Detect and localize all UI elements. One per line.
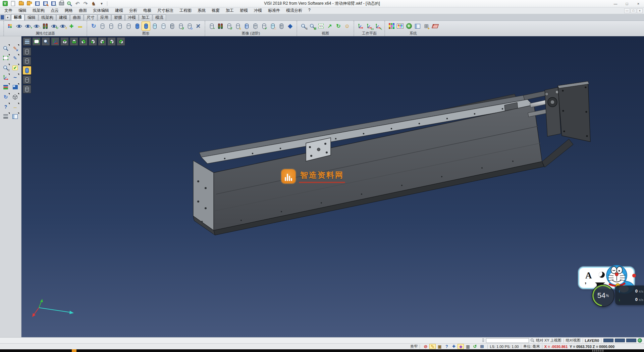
taskbar-app-icon[interactable]: [72, 349, 76, 352]
shaded-display-button[interactable]: [133, 21, 142, 31]
view-left-button[interactable]: [89, 37, 97, 46]
print-preview-button[interactable]: [66, 1, 73, 7]
workplane-define-button[interactable]: [356, 21, 365, 31]
lock-label[interactable]: 拴牢: [410, 344, 418, 349]
attribute-table-button[interactable]: [396, 21, 405, 31]
menu-item-17[interactable]: 冲模: [251, 7, 265, 14]
context-help-button[interactable]: ?: [443, 344, 450, 349]
solid-preview-button[interactable]: [11, 92, 20, 101]
measure-distance-button[interactable]: ↔: [11, 102, 20, 111]
view-axis-button[interactable]: [51, 37, 59, 46]
tab-7[interactable]: 应用: [98, 14, 111, 20]
attribute-copy-button[interactable]: [15, 21, 23, 31]
workplane-move-button[interactable]: ▭: [365, 21, 374, 31]
open-file-button[interactable]: [17, 1, 25, 7]
flyout-arrow-icon[interactable]: [8, 83, 10, 85]
flyout-arrow-icon[interactable]: [8, 103, 10, 104]
edge-display-button[interactable]: [124, 21, 133, 31]
refresh-display-button[interactable]: ↻: [1, 92, 10, 101]
snap-disable-button[interactable]: ⊘: [422, 344, 429, 349]
adv-mesh-display-button[interactable]: [277, 21, 286, 31]
show-all-button[interactable]: ✚: [67, 21, 76, 31]
flyout-arrow-icon[interactable]: [18, 83, 19, 85]
redo-button[interactable]: ↷: [82, 1, 89, 7]
new-document-button[interactable]: [9, 1, 17, 7]
mdi-restore-button[interactable]: □: [631, 8, 636, 13]
restore-button[interactable]: □: [621, 0, 633, 7]
tab-2[interactable]: 编辑: [25, 14, 38, 20]
section-display-button[interactable]: [242, 21, 251, 31]
active-layer-label[interactable]: LAYER0: [585, 339, 599, 343]
tab-11[interactable]: 模流: [153, 14, 166, 20]
desktop-widget-overlay[interactable]: A ’: [576, 264, 644, 314]
menu-item-13[interactable]: 系统: [195, 7, 209, 14]
snap-gem-button[interactable]: ◆: [458, 344, 464, 349]
clip-display-button[interactable]: □: [268, 21, 277, 31]
solid-view-button[interactable]: ◆: [286, 21, 294, 31]
invert-visibility-button[interactable]: ±: [58, 21, 67, 31]
menu-item-6[interactable]: 曲面: [76, 7, 90, 14]
display-translucent-button[interactable]: [23, 76, 31, 84]
mesh-display-button[interactable]: [168, 21, 176, 31]
flyout-arrow-icon[interactable]: [18, 44, 19, 46]
menu-item-8[interactable]: 建模: [112, 7, 126, 14]
layer-manager-button[interactable]: [1, 112, 10, 121]
view-top-button[interactable]: [60, 37, 69, 46]
zoom-extents-button[interactable]: ⊞: [308, 21, 317, 31]
hide-entities-button[interactable]: −: [32, 21, 41, 31]
menu-item-14[interactable]: 视窗: [209, 7, 223, 14]
menu-item-16[interactable]: 塑模: [237, 7, 251, 14]
regen-all-button[interactable]: ↻: [185, 21, 194, 31]
undo-button[interactable]: ↶: [74, 1, 81, 7]
view-right-button[interactable]: [98, 37, 106, 46]
save-all-button[interactable]: ↑: [50, 1, 57, 7]
layer-color-swatch[interactable]: [615, 339, 625, 342]
minimize-button[interactable]: —: [610, 0, 621, 7]
menu-item-18[interactable]: 标准件: [265, 7, 283, 14]
validate-display-button[interactable]: ✔: [260, 21, 268, 31]
tab-9[interactable]: 冲模: [125, 14, 139, 20]
view-isometric-button[interactable]: [117, 37, 125, 46]
view-menu-button[interactable]: [23, 37, 31, 46]
flyout-arrow-icon[interactable]: [18, 103, 19, 104]
layer-colors-button[interactable]: [1, 83, 10, 92]
flyout-arrow-icon[interactable]: [18, 74, 19, 75]
multi-window-button[interactable]: ⊞: [479, 344, 485, 349]
network-speed-panel[interactable]: ↑ 0 K/s ↓ 0 K/s: [615, 285, 644, 305]
view-back-button[interactable]: [79, 37, 88, 46]
menu-item-2[interactable]: 编辑: [15, 7, 30, 14]
snap-list-button[interactable]: ▥: [465, 344, 471, 349]
shading-refresh-button[interactable]: ↻: [89, 21, 98, 31]
zoom-dynamic-button[interactable]: [42, 37, 50, 46]
menu-item-12[interactable]: 工程图: [176, 7, 195, 14]
flyout-arrow-icon[interactable]: [18, 54, 19, 56]
view-front-button[interactable]: [107, 37, 116, 46]
tab-4[interactable]: 建模: [56, 14, 70, 20]
menu-item-15[interactable]: 加工: [223, 7, 237, 14]
absolute-view-label[interactable]: 绝对视图: [566, 338, 581, 343]
help-tool-button[interactable]: ?: [1, 102, 10, 111]
zoom-in-out-button[interactable]: ±: [299, 21, 308, 31]
flyout-arrow-icon[interactable]: [18, 93, 19, 95]
mdi-close-button[interactable]: ×: [637, 8, 643, 13]
display-shaded-button[interactable]: [23, 66, 31, 75]
snap-edit-button[interactable]: ✎: [429, 344, 436, 349]
save-as-button[interactable]: ✎: [42, 1, 49, 7]
mesh-analysis-button[interactable]: [431, 21, 439, 31]
redraw-visible-button[interactable]: ↻: [50, 21, 58, 31]
flyout-arrow-icon[interactable]: [18, 113, 19, 114]
view-bottom-button[interactable]: [70, 37, 78, 46]
snap-construct-button[interactable]: ▣: [436, 344, 443, 349]
status-search-input[interactable]: [486, 338, 529, 343]
print-button[interactable]: [58, 1, 65, 7]
tab-5[interactable]: 曲面: [70, 14, 84, 20]
dynamic-pan-button[interactable]: ↗: [325, 21, 334, 31]
zoom-window-tool-button[interactable]: [1, 53, 10, 62]
delete-entity-button[interactable]: ✎✕: [11, 44, 20, 53]
view-preferences-button[interactable]: ☺: [343, 21, 352, 31]
view-mode-label[interactable]: 绝对 XY 上视图: [536, 338, 561, 343]
grid-view-button[interactable]: [11, 83, 20, 92]
dashed-hidden-display-button[interactable]: [115, 21, 124, 31]
close-button[interactable]: ×: [633, 0, 644, 7]
regen-entity-button[interactable]: ↺: [176, 21, 185, 31]
